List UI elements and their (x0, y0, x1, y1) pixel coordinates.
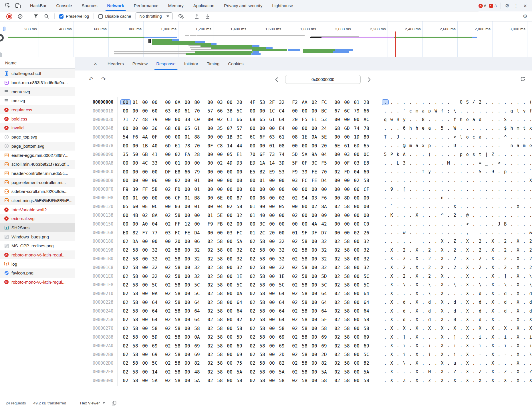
hex-byte[interactable]: 00 (309, 343, 319, 349)
ascii-char[interactable]: . (458, 108, 464, 114)
ascii-char[interactable]: . (490, 108, 496, 114)
ascii-char[interactable]: . (395, 230, 401, 235)
ascii-char[interactable]: . (395, 178, 401, 183)
ascii-char[interactable]: 2 (527, 256, 532, 261)
hex-byte[interactable]: 00 (277, 178, 287, 183)
ascii-char[interactable]: . (445, 126, 452, 131)
ascii-char[interactable]: . (458, 187, 464, 192)
hex-byte[interactable]: 87 (235, 195, 244, 201)
ascii-char[interactable]: B (502, 222, 509, 227)
hex-byte[interactable]: 58 (130, 282, 140, 288)
ascii-char[interactable]: . (445, 169, 452, 174)
hex-byte[interactable]: 00 (267, 256, 277, 262)
hex-byte[interactable]: 1E (235, 274, 244, 279)
request-row[interactable]: ✕external.svg (0, 214, 75, 223)
hex-byte[interactable]: 53 (319, 117, 329, 122)
hex-byte[interactable]: FF (173, 221, 182, 227)
hex-byte[interactable]: 58 (362, 326, 371, 331)
ascii-char[interactable]: . (420, 100, 426, 105)
ascii-char[interactable]: . (407, 369, 414, 374)
hex-byte[interactable]: 5D (319, 274, 329, 279)
ascii-char[interactable]: . (471, 300, 477, 305)
ascii-char[interactable]: X (527, 178, 532, 183)
ascii-char[interactable]: [ (401, 187, 407, 192)
hex-byte[interactable]: 00 (121, 195, 130, 201)
ascii-char[interactable]: . (401, 222, 407, 227)
ascii-char[interactable]: . (420, 352, 426, 357)
ascii-char[interactable]: X (414, 265, 420, 270)
ascii-char[interactable]: . (527, 361, 532, 366)
hex-byte[interactable]: 58 (173, 213, 182, 218)
ascii-char[interactable]: . (382, 248, 388, 253)
hex-byte[interactable]: 0C (362, 152, 371, 157)
hex-byte[interactable]: 58 (300, 291, 309, 296)
hex-byte[interactable]: 00 (267, 360, 277, 366)
ascii-char[interactable]: . (388, 169, 395, 174)
detail-tab-timing[interactable]: Timing (203, 57, 224, 70)
hex-byte[interactable]: 5C (362, 282, 371, 288)
hex-byte[interactable]: 3C (309, 160, 319, 166)
hex-byte[interactable]: 42 (235, 317, 244, 322)
ascii-char[interactable]: . (477, 274, 483, 279)
hex-byte[interactable]: 00 (309, 282, 319, 288)
ascii-char[interactable]: d (401, 300, 407, 305)
hex-byte[interactable]: 58 (257, 256, 267, 262)
ascii-char[interactable]: o (464, 152, 471, 157)
hex-byte[interactable]: 58 (235, 204, 244, 209)
hex-byte[interactable]: C4 (277, 108, 287, 114)
ascii-char[interactable]: . (382, 335, 388, 340)
hex-byte[interactable]: 08 (277, 143, 287, 149)
hex-byte[interactable]: 00 (267, 221, 277, 227)
hex-byte[interactable]: 58 (277, 378, 287, 383)
ascii-char[interactable]: . (509, 195, 515, 200)
ascii-char[interactable]: . (382, 108, 388, 114)
ascii-char[interactable]: X (464, 317, 471, 322)
hex-byte[interactable]: 14 (225, 143, 235, 149)
hex-row[interactable]: 0000025802580064025800640258004202580064… (75, 315, 532, 324)
hex-byte[interactable]: E8 (362, 160, 371, 166)
ascii-char[interactable]: x (527, 126, 532, 131)
ascii-char[interactable]: . (521, 135, 527, 140)
ascii-char[interactable]: . (420, 248, 426, 253)
ascii-char[interactable]: . (445, 195, 452, 200)
ascii-char[interactable]: . (395, 352, 401, 357)
hex-byte[interactable]: 58 (300, 247, 309, 253)
ascii-char[interactable]: X (414, 213, 420, 218)
hex-byte[interactable]: 39 (130, 187, 140, 192)
hex-byte[interactable]: 58 (150, 326, 160, 331)
hex-row[interactable]: 0000000000010000000A0080000300204F532F32… (75, 98, 532, 106)
hex-byte[interactable]: 58 (257, 265, 267, 270)
ascii-char[interactable]: X (515, 378, 521, 383)
ascii-char[interactable]: . (515, 161, 521, 166)
ascii-char[interactable]: . (521, 117, 527, 122)
ascii-char[interactable]: . (452, 230, 458, 235)
ascii-char[interactable]: . (496, 256, 502, 261)
ascii-char[interactable]: x (420, 143, 426, 148)
ascii-char[interactable]: . (382, 256, 388, 261)
ascii-char[interactable]: \ (502, 282, 509, 287)
ascii-char[interactable]: X (388, 352, 395, 357)
hex-byte[interactable]: 00 (225, 317, 235, 322)
hex-byte[interactable]: 00 (290, 143, 300, 149)
ascii-char[interactable]: . (521, 335, 527, 340)
ascii-char[interactable]: . (420, 309, 426, 314)
ascii-char[interactable]: Z (426, 378, 433, 383)
ascii-char[interactable]: X (452, 326, 458, 331)
hex-byte[interactable]: 28 (362, 100, 371, 105)
ascii-char[interactable]: X (388, 326, 395, 331)
ascii-char[interactable]: d (401, 309, 407, 314)
ascii-char[interactable]: . (420, 204, 426, 209)
ascii-char[interactable]: . (420, 239, 426, 244)
ascii-char[interactable]: . (382, 178, 388, 183)
main-tab-application[interactable]: Application (188, 0, 219, 11)
ascii-char[interactable]: . (502, 161, 509, 166)
hex-byte[interactable]: 77 (130, 117, 140, 122)
hex-byte[interactable]: 00 (267, 282, 277, 288)
hex-byte[interactable]: 02 (163, 326, 173, 331)
ascii-char[interactable]: . (458, 274, 464, 279)
hex-byte[interactable]: 9A (309, 152, 319, 157)
hex-byte[interactable]: 69 (362, 334, 371, 340)
hex-byte[interactable]: FF (140, 187, 150, 192)
ascii-char[interactable]: . (395, 204, 401, 209)
ascii-char[interactable]: . (471, 317, 477, 322)
